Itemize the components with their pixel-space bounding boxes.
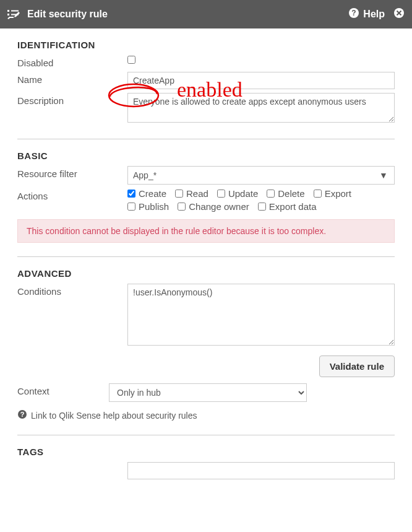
chevron-down-icon: ▼ — [378, 170, 389, 180]
help-icon: ? — [17, 409, 27, 421]
action-checkbox[interactable] — [175, 190, 183, 198]
action-checkbox[interactable] — [267, 190, 275, 198]
close-button[interactable] — [393, 7, 405, 21]
action-label: Publish — [139, 201, 169, 212]
security-rules-help-link[interactable]: ? Link to Qlik Sense help about security… — [17, 409, 395, 421]
action-export-data[interactable]: Export data — [258, 201, 317, 212]
advanced-heading: ADVANCED — [17, 268, 395, 279]
complexity-warning: This condition cannot be displayed in th… — [17, 219, 395, 243]
action-label: Read — [186, 188, 208, 199]
disabled-label: Disabled — [17, 55, 127, 68]
dialog-header: Edit security rule ? Help — [0, 0, 412, 28]
help-link-text: Link to Qlik Sense help about security r… — [31, 411, 197, 421]
identification-heading: IDENTIFICATION — [17, 40, 395, 50]
svg-rect-1 — [11, 11, 19, 12]
action-label: Delete — [278, 188, 304, 199]
action-read[interactable]: Read — [175, 188, 208, 199]
action-export[interactable]: Export — [314, 188, 351, 199]
actions-group: CreateReadUpdateDeleteExportPublishChang… — [127, 188, 395, 214]
svg-rect-0 — [7, 10, 9, 12]
name-input[interactable] — [127, 72, 395, 89]
context-label: Context — [17, 383, 109, 396]
name-label: Name — [17, 72, 127, 85]
separator — [17, 435, 395, 435]
help-label: Help — [363, 9, 385, 20]
action-change-owner[interactable]: Change owner — [178, 201, 249, 212]
action-label: Change owner — [189, 201, 249, 212]
svg-text:?: ? — [20, 411, 25, 418]
action-label: Create — [139, 188, 166, 199]
separator — [17, 256, 395, 257]
action-checkbox[interactable] — [127, 190, 135, 198]
action-label: Export — [325, 188, 351, 199]
resource-filter-label: Resource filter — [17, 166, 127, 179]
tags-heading: TAGS — [17, 447, 395, 457]
description-label: Description — [17, 93, 127, 106]
tags-input[interactable] — [127, 462, 395, 479]
tags-label-spacer — [17, 462, 127, 464]
dialog-content: enabled IDENTIFICATION Disabled Name Des… — [0, 28, 412, 489]
close-icon — [393, 7, 405, 21]
disabled-checkbox[interactable] — [127, 56, 135, 64]
svg-rect-2 — [7, 14, 9, 15]
basic-heading: BASIC — [17, 150, 395, 161]
action-delete[interactable]: Delete — [267, 188, 304, 199]
dialog-title: Edit security rule — [27, 9, 348, 20]
action-checkbox[interactable] — [127, 203, 135, 211]
actions-label: Actions — [17, 188, 127, 201]
action-checkbox[interactable] — [314, 190, 322, 198]
action-checkbox[interactable] — [258, 203, 266, 211]
svg-text:?: ? — [352, 9, 356, 17]
action-update[interactable]: Update — [217, 188, 258, 199]
help-icon: ? — [348, 7, 359, 21]
validate-rule-button[interactable]: Validate rule — [319, 355, 395, 377]
action-publish[interactable]: Publish — [127, 201, 169, 212]
action-label: Export data — [269, 201, 317, 212]
resource-filter-select[interactable]: App_* ▼ — [127, 166, 395, 185]
conditions-label: Conditions — [17, 284, 127, 297]
context-select[interactable]: Only in hubOnly in QMCBoth in hub and QM… — [109, 383, 307, 402]
resource-filter-value: App_* — [133, 170, 157, 180]
action-checkbox[interactable] — [178, 203, 186, 211]
action-checkbox[interactable] — [217, 190, 225, 198]
description-textarea[interactable]: Everyone is allowed to create apps excep… — [127, 93, 395, 123]
help-button[interactable]: ? Help — [348, 7, 385, 21]
separator — [17, 139, 395, 139]
edit-list-icon — [7, 9, 21, 20]
action-label: Update — [228, 188, 258, 199]
action-create[interactable]: Create — [127, 188, 166, 199]
conditions-textarea[interactable] — [127, 284, 395, 346]
